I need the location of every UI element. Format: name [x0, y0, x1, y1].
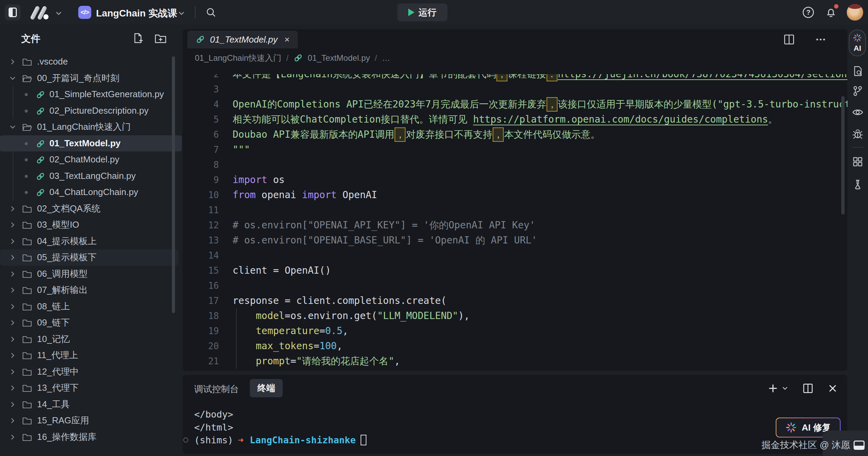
code-line-18[interactable]: 18 model=os.environ.get("LLM_MODELEND"), [183, 308, 847, 323]
search-icon[interactable] [205, 7, 217, 19]
tree-file-02_PictureDescription.py[interactable]: 02_PictureDescription.py [0, 103, 182, 119]
chevron-right-icon[interactable] [10, 222, 16, 228]
split-panel-icon[interactable] [802, 383, 814, 394]
terminal-prompt[interactable]: (shims) ➜ LangChain-shizhanke [194, 434, 366, 447]
new-file-icon[interactable] [132, 32, 143, 44]
tree-folder-13_代理下[interactable]: 13_代理下 [0, 380, 182, 396]
code-line-3[interactable]: 3 [183, 82, 847, 97]
sidebar-toggle-button[interactable] [5, 4, 21, 20]
code-line-20[interactable]: 20 max_tokens=100, [183, 339, 847, 354]
code-line-15[interactable]: 15client = OpenAI() [183, 263, 847, 278]
tree-file-01_SimpleTextGeneration.py[interactable]: 01_SimpleTextGeneration.py [0, 86, 182, 103]
breadcrumb-item[interactable]: … [382, 53, 390, 63]
code-line-2[interactable]: 2本文件是【LangChain系统安装和快速入门】章节的配套代码，课程链接：ht… [183, 74, 847, 82]
breadcrumb[interactable]: 01_LangChain快速入门/01_TextModel.py/… [195, 53, 390, 64]
project-title[interactable]: LangChain 实战课 [96, 7, 177, 20]
chevron-right-icon[interactable] [10, 352, 16, 358]
chevron-down-icon[interactable] [10, 124, 16, 130]
code-line-7[interactable]: 7""" [183, 142, 847, 157]
chevron-right-icon[interactable] [10, 385, 16, 391]
tree-folder-01_LangChain快速入门[interactable]: 01_LangChain快速入门 [0, 119, 182, 135]
tree-folder-10_记忆[interactable]: 10_记忆 [0, 331, 182, 347]
chevron-right-icon[interactable] [10, 59, 16, 65]
breadcrumb-item[interactable]: 01_TextModel.py [308, 53, 370, 63]
code-line-19[interactable]: 19 temperature=0.5, [183, 323, 847, 339]
tree-file-04_ChatLongChain.py[interactable]: 04_ChatLongChain.py [0, 184, 182, 201]
chevron-right-icon[interactable] [10, 271, 16, 277]
sidebar-scrollbar[interactable] [172, 56, 175, 313]
chevron-right-icon[interactable] [10, 320, 16, 326]
tree-folder-04_提示模板上[interactable]: 04_提示模板上 [0, 233, 182, 250]
app-logo-icon[interactable] [30, 5, 49, 20]
code-area[interactable]: 2本文件是【LangChain系统安装和快速入门】章节的配套代码，课程链接：ht… [183, 74, 847, 371]
code-line-12[interactable]: 12# os.environ["OPENAI_API_KEY"] = '你的Op… [183, 218, 847, 233]
code-line-16[interactable]: 16 [183, 278, 847, 293]
file-search-icon[interactable] [852, 65, 864, 77]
close-panel-icon[interactable] [828, 383, 838, 394]
tree-folder-05_提示模板下[interactable]: 05_提示模板下 [0, 249, 178, 266]
code-line-10[interactable]: 10from openai import OpenAI [183, 187, 847, 203]
tree-folder-08_链上[interactable]: 08_链上 [0, 298, 182, 315]
code-line-11[interactable]: 11 [183, 203, 847, 218]
tree-folder-06_调用模型[interactable]: 06_调用模型 [0, 266, 182, 282]
code-line-17[interactable]: 17response = client.completions.create( [183, 293, 847, 308]
test-flask-icon[interactable] [852, 179, 864, 190]
logo-chevron-down-icon[interactable] [55, 10, 62, 17]
code-line-13[interactable]: 13# os.environ["OPENAI_BASE_URL"] = 'Ope… [183, 233, 847, 248]
tree-folder-16_操作数据库[interactable]: 16_操作数据库 [0, 429, 182, 445]
extensions-grid-icon[interactable] [852, 156, 864, 168]
debug-bug-icon[interactable] [852, 128, 864, 140]
chevron-right-icon[interactable] [10, 254, 16, 261]
new-folder-icon[interactable] [154, 32, 167, 44]
code-line-8[interactable]: 8 [183, 157, 847, 172]
chevron-right-icon[interactable] [10, 418, 16, 424]
ai-assistant-button[interactable]: AI [849, 30, 866, 56]
tree-file-02_ChatModel.py[interactable]: 02_ChatModel.py [0, 151, 182, 168]
tree-folder-00_开篇词_奇点时刻[interactable]: 00_开篇词_奇点时刻 [0, 70, 182, 87]
chevron-right-icon[interactable] [10, 401, 16, 408]
chevron-right-icon[interactable] [10, 206, 16, 212]
code-line-14[interactable]: 14 [183, 248, 847, 263]
notifications-bell-icon[interactable] [824, 5, 838, 19]
project-icon[interactable]: </> [78, 6, 91, 19]
tree-folder-15_RAG应用[interactable]: 15_RAG应用 [0, 412, 182, 429]
code-line-21[interactable]: 21 prompt="请给我的花店起个名", [183, 354, 847, 369]
editor-tab[interactable]: 01_TextModel.py × [187, 31, 298, 48]
tree-folder-.vscode[interactable]: .vscode [0, 54, 182, 70]
avatar[interactable] [847, 4, 863, 21]
tree-folder-03_模型IO[interactable]: 03_模型IO [0, 217, 182, 233]
chevron-right-icon[interactable] [10, 287, 16, 293]
run-button[interactable]: 运行 [397, 3, 447, 21]
tree-folder-02_文档QA系统[interactable]: 02_文档QA系统 [0, 201, 182, 217]
chevron-right-icon[interactable] [10, 369, 16, 375]
project-chevron-down-icon[interactable] [178, 10, 185, 17]
chevron-right-icon[interactable] [10, 336, 16, 342]
tree-folder-09_链下[interactable]: 09_链下 [0, 315, 182, 331]
breadcrumb-item[interactable]: 01_LangChain快速入门 [195, 53, 281, 64]
tree-file-03_TextLangChain.py[interactable]: 03_TextLangChain.py [0, 168, 182, 184]
tab-debug-console[interactable]: 调试控制台 [194, 383, 239, 395]
tab-close-icon[interactable]: × [284, 34, 290, 45]
tab-terminal[interactable]: 终端 [250, 379, 283, 397]
code-line-9[interactable]: 9import os [183, 172, 847, 187]
editor-vertical-scrollbar[interactable] [841, 96, 845, 215]
code-line-5[interactable]: 5相关功能可以被ChatCompletion接口替代。详情可见 https://… [183, 112, 847, 127]
help-icon[interactable]: ? [801, 5, 815, 19]
new-terminal-button[interactable] [767, 383, 788, 394]
tree-folder-14_工具[interactable]: 14_工具 [0, 396, 182, 413]
code-line-4[interactable]: 4OpenAI的Completions API已经在2023年7月完成最后一次更… [183, 97, 847, 112]
chevron-right-icon[interactable] [10, 238, 16, 244]
preview-eye-icon[interactable] [852, 106, 864, 118]
code-line-6[interactable]: 6Doubao API兼容最新版本的API调用，对废弃接口不再支持，本文件代码仅… [183, 127, 847, 142]
tree-folder-11_代理上[interactable]: 11_代理上 [0, 347, 182, 364]
tree-folder-07_解析输出[interactable]: 07_解析输出 [0, 282, 182, 298]
chevron-down-icon[interactable] [10, 75, 16, 81]
split-editor-icon[interactable] [783, 33, 795, 46]
chevron-right-icon[interactable] [10, 434, 16, 440]
source-control-icon[interactable] [852, 85, 864, 97]
chevron-right-icon[interactable] [10, 304, 16, 310]
tree-folder-12_代理中[interactable]: 12_代理中 [0, 364, 182, 380]
tree-file-01_TextModel.py[interactable]: 01_TextModel.py [0, 135, 182, 152]
terminal-output[interactable]: </body></html> (shims) ➜ LangChain-shizh… [194, 408, 366, 447]
more-actions-icon[interactable] [814, 33, 827, 46]
